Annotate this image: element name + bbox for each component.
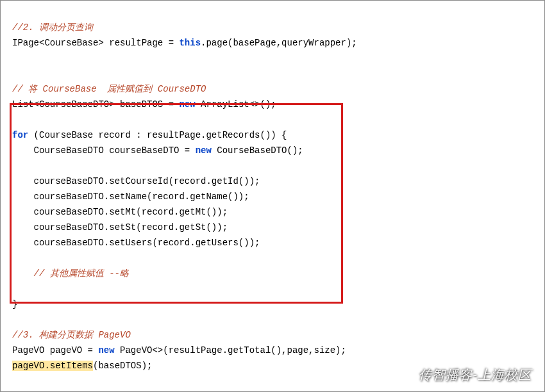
code-text: PageVO<>(resultPage.getTotal(),page,size… (115, 345, 346, 355)
code-text: IPage<CourseBase> resultPage = (12, 38, 179, 48)
keyword-new: new (98, 345, 114, 355)
code-text: PageVO pageVO = (12, 345, 98, 355)
code-text: (baseDTOS); (93, 361, 152, 371)
comment-line: // 将 CourseBase 属性赋值到 CourseDTO (12, 84, 206, 94)
code-snippet-frame: //2. 调动分页查询 IPage<CourseBase> resultPage… (0, 0, 545, 392)
highlighted-text: pageVO.setItems (12, 361, 93, 371)
comment-line: //3. 构建分页数据 PageVO (12, 330, 131, 340)
comment-line: //2. 调动分页查询 (12, 22, 93, 33)
watermark-text: 传智播客-上海校区 (419, 367, 532, 382)
code-text: .page(basePage,queryWrapper); (201, 38, 357, 48)
highlight-box (10, 103, 343, 304)
keyword-this: this (179, 38, 201, 48)
